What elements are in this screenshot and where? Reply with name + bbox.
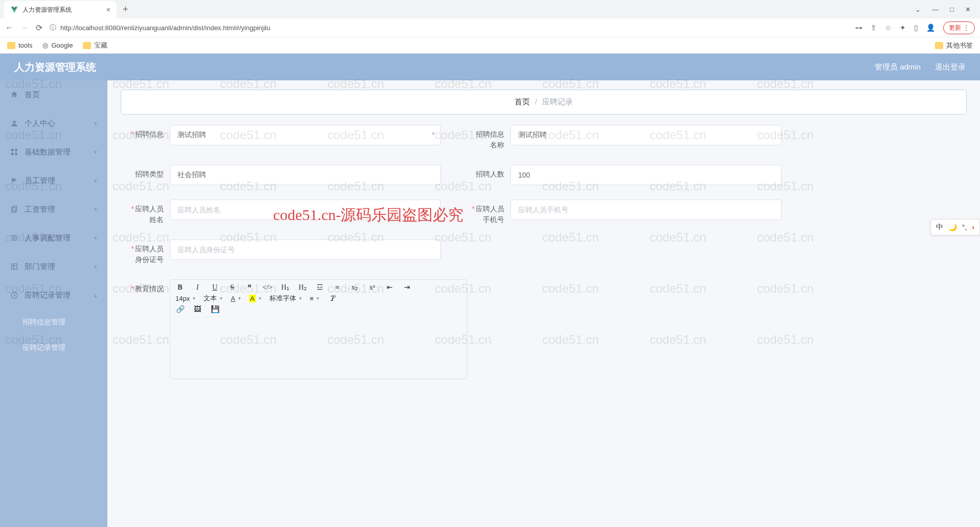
font-select[interactable]: 标准字体▾ <box>270 294 302 303</box>
sidebar-item-dept[interactable]: 部门管理 ▾ <box>0 252 107 281</box>
main-content: 首页 / 应聘记录 *招聘信息 招聘信息名称 招聘类型 <box>107 80 980 527</box>
clear-icon[interactable]: T̷ <box>327 294 337 303</box>
link-icon[interactable]: 🔗 <box>175 305 185 314</box>
bgcolor-select[interactable]: A▾ <box>249 295 261 302</box>
browser-tab[interactable]: 人力资源管理系统 × <box>4 1 117 18</box>
sup-icon[interactable]: x² <box>368 283 377 292</box>
applicant-id-input[interactable] <box>170 239 441 260</box>
h1-icon[interactable]: H₁ <box>281 283 290 292</box>
sidebar-item-base[interactable]: 基础数据管理 ▾ <box>0 138 107 166</box>
field-recruit-name: 招聘信息名称 <box>461 125 782 150</box>
ul-icon[interactable]: ≡ <box>333 283 342 292</box>
fontsize-select[interactable]: 14px▾ <box>175 295 195 302</box>
bookmark-other[interactable]: 其他书签 <box>935 41 973 50</box>
url-box[interactable]: ⓘ http://localhost:8080/renliziyuanguanl… <box>50 23 848 32</box>
star-icon[interactable]: ☆ <box>885 24 892 32</box>
chevron-down-icon: ▾ <box>94 120 97 127</box>
profile-icon[interactable]: 👤 <box>926 24 935 32</box>
chevron-down-icon[interactable]: ⌄ <box>915 6 921 13</box>
breadcrumb-home[interactable]: 首页 <box>515 97 530 106</box>
sheet-icon <box>10 262 18 271</box>
tab-title: 人力资源管理系统 <box>23 6 102 14</box>
google-icon: ◎ <box>42 41 48 49</box>
share-icon[interactable]: ⇪ <box>871 24 877 32</box>
h2-icon[interactable]: H₂ <box>298 283 307 292</box>
chevron-right-icon[interactable]: › <box>972 223 974 231</box>
field-applicant-phone: *应聘人员手机号 <box>461 200 782 225</box>
sidebar-item-home[interactable]: 首页 <box>0 80 107 109</box>
color-select[interactable]: A▾ <box>231 295 241 302</box>
sidebar-label: 人事调配管理 <box>25 233 71 243</box>
editor-toolbar: B I U S ❝ </> H₁ H₂ ☲ ≡ x₂ x² ⇤ <box>170 280 467 317</box>
update-button[interactable]: 更新⋮ <box>943 21 975 34</box>
key-icon[interactable]: ⊶ <box>855 24 862 32</box>
reload-button[interactable]: ⟳ <box>36 23 42 33</box>
bookmark-tools[interactable]: tools <box>7 41 32 49</box>
ime-punct[interactable]: °, <box>962 223 967 231</box>
image-icon[interactable]: 🖼 <box>193 305 202 314</box>
address-bar: ← → ⟳ ⓘ http://localhost:8080/renliziyua… <box>0 18 980 37</box>
sidebar-item-salary[interactable]: 工资管理 ▾ <box>0 195 107 224</box>
minimize-icon[interactable]: — <box>932 6 939 13</box>
sidebar-label: 部门管理 <box>25 262 55 272</box>
field-education: *教育情况 B I U S ❝ </> H₁ H₂ ☲ ≡ <box>121 279 467 379</box>
field-recruit-type: 招聘类型 <box>121 165 441 185</box>
save-icon[interactable]: 💾 <box>210 305 219 314</box>
recruit-count-input[interactable] <box>510 165 782 185</box>
sidebar: 首页 个人中心 ▾ 基础数据管理 ▾ 员工管理 ▾ 工资管理 ▾ 人事调配管理 … <box>0 80 107 527</box>
ol-icon[interactable]: ☲ <box>316 283 325 292</box>
sidebar-sub-record[interactable]: 应聘记录管理 <box>0 335 107 361</box>
chevron-down-icon: ▾ <box>94 178 97 184</box>
italic-icon[interactable]: I <box>193 283 202 292</box>
code-icon[interactable]: </> <box>262 283 273 292</box>
recruit-name-input[interactable] <box>510 125 782 145</box>
svg-rect-2 <box>15 149 17 151</box>
maximize-icon[interactable]: □ <box>950 6 954 13</box>
rich-editor: B I U S ❝ </> H₁ H₂ ☲ ≡ x₂ x² ⇤ <box>170 279 467 379</box>
underline-icon[interactable]: U <box>210 283 219 292</box>
field-recruit-count: 招聘人数 <box>461 165 782 185</box>
back-button[interactable]: ← <box>5 23 13 32</box>
sidebar-item-personal[interactable]: 个人中心 ▾ <box>0 109 107 138</box>
svg-point-0 <box>13 121 15 123</box>
bold-icon[interactable]: B <box>175 283 185 292</box>
recruit-info-select[interactable] <box>170 125 441 145</box>
sidebar-item-employee[interactable]: 员工管理 ▾ <box>0 166 107 195</box>
sidebar-item-hr[interactable]: 人事调配管理 ▾ <box>0 224 107 252</box>
info-icon[interactable]: ⓘ <box>50 23 56 32</box>
sidebar-label: 工资管理 <box>25 205 55 214</box>
puzzle-icon[interactable]: ✦ <box>900 24 906 32</box>
bookmark-baozang[interactable]: 宝藏 <box>83 41 107 50</box>
forward-button[interactable]: → <box>20 23 29 32</box>
admin-label[interactable]: 管理员 admin <box>875 62 921 72</box>
list-icon <box>10 234 18 242</box>
sidebar-item-record[interactable]: 应聘记录管理 ▴ <box>0 281 107 310</box>
close-icon[interactable]: ✕ <box>965 6 971 13</box>
strike-icon[interactable]: S <box>228 283 237 292</box>
ime-lang[interactable]: 中 <box>936 223 943 232</box>
applicant-phone-input[interactable] <box>510 200 782 220</box>
moon-icon[interactable]: 🌙 <box>948 223 957 231</box>
vue-icon <box>10 6 18 14</box>
align-select[interactable]: ≡▾ <box>310 295 320 302</box>
new-tab-button[interactable]: + <box>123 4 128 15</box>
sidebar-sub-recruit-info[interactable]: 招聘信息管理 <box>0 310 107 335</box>
editor-body[interactable] <box>170 317 467 379</box>
ime-widget[interactable]: 中 🌙 °, › <box>930 219 980 235</box>
logout-button[interactable]: 退出登录 <box>935 62 966 72</box>
outdent-icon[interactable]: ⇥ <box>403 283 412 292</box>
field-recruit-info: *招聘信息 <box>121 125 441 150</box>
recruit-type-input[interactable] <box>170 165 441 185</box>
sub-icon[interactable]: x₂ <box>350 283 360 292</box>
chevron-down-icon: ▾ <box>94 235 97 241</box>
panel-icon[interactable]: ▯ <box>914 24 918 32</box>
quote-icon[interactable]: ❝ <box>245 283 254 292</box>
indent-icon[interactable]: ⇤ <box>385 283 394 292</box>
form: *招聘信息 招聘信息名称 招聘类型 招聘人数 <box>121 125 967 379</box>
applicant-name-input[interactable] <box>170 200 441 220</box>
clock-icon <box>10 291 18 299</box>
block-select[interactable]: 文本▾ <box>204 294 222 303</box>
tab-close-icon[interactable]: × <box>106 6 110 14</box>
bookmark-google[interactable]: ◎Google <box>42 41 73 49</box>
breadcrumb-sep: / <box>535 97 537 106</box>
